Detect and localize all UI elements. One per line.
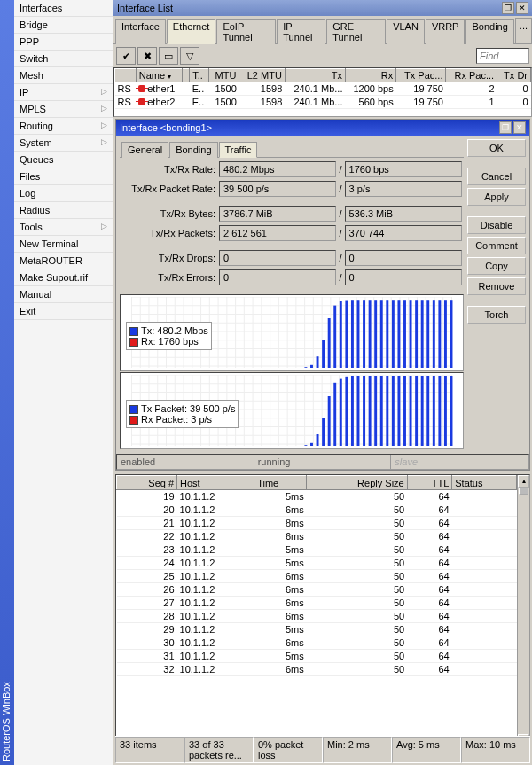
column-header[interactable]: Host [177, 476, 254, 490]
ping-row[interactable]: 3010.1.1.26ms5064 [117, 636, 529, 650]
close-button[interactable]: ✕ [516, 2, 528, 14]
column-header[interactable]: MTU [208, 69, 239, 82]
traffic-stats: Tx/Rx Rate:480.2 Mbps/1760 bpsTx/Rx Pack… [120, 158, 464, 293]
interface-grid[interactable]: Name ▾T..MTUL2 MTUTxRxTx Pac...Rx Pac...… [113, 67, 532, 117]
ping-grid[interactable]: Seq #HostTimeReply SizeTTLStatus▾1910.1.… [115, 474, 530, 747]
scroll-thumb[interactable] [519, 488, 528, 495]
ping-row[interactable]: 2610.1.1.26ms5064 [117, 583, 529, 597]
cancel-button[interactable]: Cancel [467, 168, 526, 185]
sidebar-item-switch[interactable]: Switch [14, 51, 113, 67]
tab-vlan[interactable]: VLAN [387, 19, 425, 44]
sidebar-item-manual[interactable]: Manual [14, 286, 113, 303]
cancel-toolbutton[interactable]: ✖ [137, 47, 157, 65]
ping-row[interactable]: 2810.1.1.26ms5064 [117, 610, 529, 623]
ping-row[interactable]: 2010.1.1.26ms5064 [117, 503, 529, 517]
apply-button[interactable]: Apply [467, 188, 526, 206]
tab-eoip-tunnel[interactable]: EoIP Tunnel [216, 19, 276, 44]
tab-bonding[interactable]: Bonding [169, 142, 217, 158]
column-header[interactable]: Status [452, 476, 517, 490]
column-header[interactable]: Rx [345, 69, 395, 82]
more-tabs-button[interactable]: ... [515, 18, 532, 43]
column-header[interactable]: Time [254, 476, 307, 490]
tab-bonding[interactable]: Bonding [466, 19, 513, 44]
column-header[interactable]: Tx Pac... [396, 69, 446, 82]
svg-rect-56 [357, 300, 360, 368]
interface-row[interactable]: RSether2E..15001598240.1 Mb...560 bps19 … [115, 96, 531, 109]
column-header[interactable] [183, 69, 190, 82]
scroll-up-arrow[interactable]: ▴ [518, 475, 529, 488]
copy-button[interactable]: Copy [467, 257, 526, 275]
column-header[interactable]: L2 MTU [239, 69, 285, 82]
ping-row[interactable]: 3210.1.1.26ms5064 [117, 663, 529, 676]
ping-row[interactable]: 2410.1.1.25ms5064 [117, 557, 529, 570]
interface-dialog-titlebar[interactable]: Interface <bonding1> ❐ ✕ [116, 120, 529, 136]
sidebar-item-interfaces[interactable]: Interfaces [14, 0, 113, 17]
column-header[interactable]: Seq # [117, 476, 177, 490]
tab-vrrp[interactable]: VRRP [426, 19, 466, 44]
column-header[interactable]: T.. [190, 69, 209, 82]
svg-rect-129 [357, 376, 360, 446]
filter-toolbutton[interactable]: ▽ [180, 47, 200, 65]
interface-row[interactable]: RSether1E..15001598240.1 Mb...1200 bps19… [115, 82, 531, 96]
sidebar-item-exit[interactable]: Exit [14, 303, 113, 320]
vertical-scrollbar[interactable]: ▴ ▾ [517, 475, 529, 746]
svg-rect-145 [450, 376, 453, 446]
ping-row[interactable]: 2510.1.1.26ms5064 [117, 570, 529, 583]
sidebar-item-routing[interactable]: Routing▷ [14, 118, 113, 135]
tab-ip-tunnel[interactable]: IP Tunnel [277, 19, 325, 44]
sidebar-item-files[interactable]: Files [14, 168, 113, 185]
column-header[interactable]: Reply Size [307, 476, 407, 490]
ping-row[interactable]: 1910.1.1.25ms5064 [117, 490, 529, 503]
svg-rect-67 [421, 300, 424, 368]
torch-button[interactable]: Torch [467, 306, 526, 324]
ping-row[interactable]: 2710.1.1.26ms5064 [117, 597, 529, 610]
ok-toolbutton[interactable]: ✔ [116, 47, 136, 65]
minimize-button[interactable]: ❐ [502, 2, 514, 14]
sidebar-item-metarouter[interactable]: MetaROUTER [14, 253, 113, 269]
tab-interface[interactable]: Interface [115, 19, 166, 44]
sidebar-item-radius[interactable]: Radius [14, 202, 113, 219]
status-cell: 0% packet loss [254, 737, 323, 763]
disable-button[interactable]: Disable [467, 216, 526, 234]
column-header[interactable]: Rx Pac... [446, 69, 497, 82]
ethernet-icon [138, 85, 145, 92]
column-header[interactable]: Tx [285, 69, 345, 82]
sidebar-item-system[interactable]: System▷ [14, 135, 113, 152]
ping-row[interactable]: 2110.1.1.28ms5064 [117, 517, 529, 530]
column-header[interactable]: Name ▾ [136, 69, 183, 82]
tab-ethernet[interactable]: Ethernet [167, 19, 216, 44]
sidebar-item-log[interactable]: Log [14, 185, 113, 202]
comment-button[interactable]: Comment [467, 237, 526, 254]
tab-general[interactable]: General [121, 142, 168, 158]
notes-toolbutton[interactable]: ▭ [159, 47, 178, 65]
tab-gre-tunnel[interactable]: GRE Tunnel [326, 19, 386, 44]
minimize-button[interactable]: ❐ [499, 121, 512, 134]
sidebar-item-mesh[interactable]: Mesh [14, 67, 113, 84]
svg-rect-144 [444, 376, 447, 446]
column-header[interactable]: TTL [407, 476, 452, 490]
sidebar-item-new-terminal[interactable]: New Terminal [14, 236, 113, 253]
ping-row[interactable]: 2210.1.1.26ms5064 [117, 530, 529, 543]
tx-value: 2 612 561 [219, 225, 336, 241]
stat-row: Tx/Rx Errors:0/0 [121, 269, 462, 285]
ping-row[interactable]: 2910.1.1.25ms5064 [117, 623, 529, 636]
ping-row[interactable]: 3110.1.1.25ms5064 [117, 650, 529, 663]
remove-button[interactable]: Remove [467, 277, 526, 295]
interface-list-titlebar[interactable]: Interface List ❐ ✕ [113, 0, 532, 16]
close-button[interactable]: ✕ [513, 121, 526, 134]
ping-row[interactable]: 2310.1.1.25ms5064 [117, 543, 529, 557]
column-header[interactable] [115, 69, 137, 82]
find-input[interactable] [476, 48, 529, 64]
rx-value: 0 [345, 269, 462, 285]
ok-button[interactable]: OK [467, 139, 526, 157]
sidebar-item-mpls[interactable]: MPLS▷ [14, 101, 113, 118]
sidebar-item-tools[interactable]: Tools▷ [14, 219, 113, 236]
column-header[interactable]: Tx Dr [497, 69, 531, 82]
sidebar-item-queues[interactable]: Queues [14, 152, 113, 168]
sidebar-item-bridge[interactable]: Bridge [14, 17, 113, 34]
svg-rect-123 [322, 418, 325, 446]
sidebar-item-ppp[interactable]: PPP [14, 34, 113, 51]
sidebar-item-ip[interactable]: IP▷ [14, 84, 113, 101]
sidebar-item-make-supout-rif[interactable]: Make Supout.rif [14, 269, 113, 286]
tab-traffic[interactable]: Traffic [219, 142, 258, 158]
